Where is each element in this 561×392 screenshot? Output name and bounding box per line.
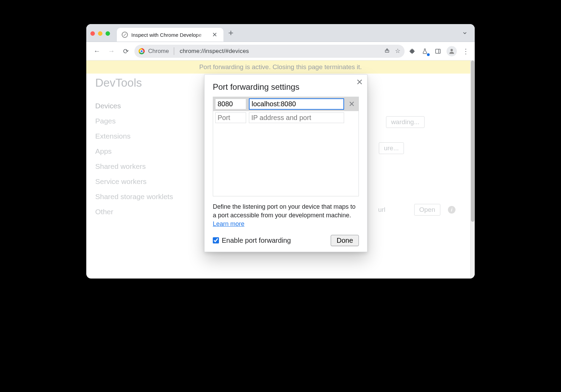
- page-title: DevTools: [95, 76, 193, 89]
- toolbar: ← → ⟳ Chrome │ chrome://inspect/#devices…: [86, 42, 475, 61]
- sidebar-item-shared-workers[interactable]: Shared workers: [95, 159, 193, 174]
- scrollbar-thumb[interactable]: [471, 61, 474, 222]
- page-body: Port forwarding is active. Closing this …: [86, 61, 475, 279]
- address-bar[interactable]: Chrome │ chrome://inspect/#devices ☆: [134, 45, 405, 58]
- port-input[interactable]: [215, 99, 246, 109]
- address-input-empty[interactable]: [249, 112, 344, 123]
- sidebar-item-pages[interactable]: Pages: [95, 113, 193, 129]
- done-button[interactable]: Done: [331, 235, 359, 246]
- back-button[interactable]: ←: [91, 45, 103, 57]
- omnibox-origin: Chrome: [148, 48, 169, 55]
- sidebar-item-shared-storage-worklets[interactable]: Shared storage worklets: [95, 189, 193, 204]
- tabstrip: Inspect with Chrome Develope ✕ + ⌄: [86, 24, 475, 42]
- omnibox-separator: │: [172, 47, 176, 55]
- browser-window: Inspect with Chrome Develope ✕ + ⌄ ← → ⟳…: [86, 24, 475, 279]
- open-button[interactable]: Open: [414, 204, 440, 216]
- enable-checkbox-input[interactable]: [213, 237, 219, 243]
- share-icon[interactable]: [384, 47, 390, 55]
- rules-table: ✕ ✕: [213, 97, 359, 196]
- window-maximize-icon[interactable]: [106, 31, 110, 36]
- rule-row-empty: ✕: [213, 111, 359, 124]
- dialog-title: Port forwarding settings: [213, 82, 359, 92]
- sidebar-item-extensions[interactable]: Extensions: [95, 129, 193, 144]
- labs-icon[interactable]: [420, 47, 429, 56]
- port-forwarding-dialog: ✕ Port forwarding settings ✕ ✕ Define th…: [204, 74, 367, 252]
- window-close-icon[interactable]: [90, 31, 95, 36]
- port-forwarding-button[interactable]: warding...: [386, 116, 425, 128]
- omnibox-url: chrome://inspect/#devices: [180, 48, 249, 55]
- sidebar-item-other[interactable]: Other: [95, 204, 193, 219]
- side-panel-icon[interactable]: [433, 47, 442, 56]
- enable-checkbox-label: Enable port forwarding: [222, 237, 291, 244]
- svg-rect-1: [436, 49, 440, 53]
- address-input[interactable]: [249, 98, 344, 110]
- port-input-empty[interactable]: [215, 112, 246, 123]
- enable-port-forwarding-checkbox[interactable]: Enable port forwarding: [213, 237, 291, 244]
- devtools-sidebar: DevTools Devices Pages Extensions Apps S…: [86, 76, 193, 279]
- globe-icon: [122, 32, 128, 38]
- forward-button[interactable]: →: [106, 45, 117, 57]
- toolbar-right: ⋮: [407, 46, 470, 56]
- traffic-lights: [90, 31, 110, 36]
- scrollbar[interactable]: [470, 61, 475, 279]
- dialog-description: Define the listening port on your device…: [213, 203, 359, 229]
- reload-button[interactable]: ⟳: [120, 45, 132, 57]
- sidebar-item-service-workers[interactable]: Service workers: [95, 174, 193, 189]
- url-placeholder: url: [378, 206, 385, 214]
- new-tab-button[interactable]: +: [228, 28, 233, 38]
- extensions-icon[interactable]: [407, 47, 416, 56]
- chevron-down-icon[interactable]: ⌄: [459, 26, 471, 37]
- profile-avatar[interactable]: [447, 46, 457, 56]
- rule-row: ✕: [213, 97, 359, 111]
- browser-tab[interactable]: Inspect with Chrome Develope ✕: [117, 28, 223, 42]
- configure-button[interactable]: ure...: [379, 142, 404, 154]
- bookmark-icon[interactable]: ☆: [395, 47, 400, 55]
- dialog-footer: Enable port forwarding Done: [213, 235, 359, 246]
- close-icon[interactable]: ✕: [211, 31, 219, 39]
- window-minimize-icon[interactable]: [98, 31, 102, 36]
- remove-rule-icon[interactable]: ✕: [347, 100, 356, 109]
- sidebar-item-apps[interactable]: Apps: [95, 144, 193, 159]
- tab-title: Inspect with Chrome Develope: [131, 32, 207, 38]
- chrome-icon: [139, 48, 145, 54]
- close-icon[interactable]: ✕: [356, 77, 363, 87]
- svg-point-3: [451, 49, 453, 51]
- info-icon[interactable]: i: [448, 206, 455, 214]
- kebab-menu-icon[interactable]: ⋮: [461, 47, 470, 56]
- learn-more-link[interactable]: Learn more: [213, 220, 244, 227]
- sidebar-item-devices[interactable]: Devices: [95, 98, 193, 113]
